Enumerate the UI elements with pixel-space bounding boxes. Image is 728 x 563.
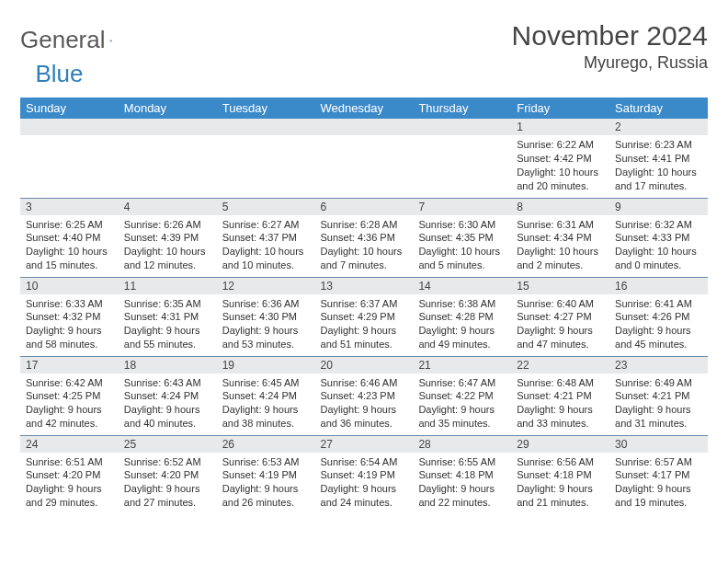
day-cell-24: 24Sunrise: 6:51 AMSunset: 4:20 PMDayligh… — [20, 435, 119, 514]
sunset-line: Sunset: 4:19 PM — [222, 468, 310, 482]
weekday-header: SundayMondayTuesdayWednesdayThursdayFrid… — [20, 98, 708, 119]
sunset-line: Sunset: 4:26 PM — [615, 310, 702, 324]
day-number — [217, 119, 315, 135]
day-number: 24 — [20, 436, 119, 453]
sunset-line: Sunset: 4:40 PM — [26, 231, 113, 245]
sunrise-line: Sunrise: 6:41 AM — [615, 297, 702, 311]
daylight-line: Daylight: 9 hours and 22 minutes. — [418, 482, 506, 510]
day-number: 4 — [119, 199, 217, 215]
title-block: November 2024 Myurego, Russia — [512, 20, 708, 73]
sunrise-line: Sunrise: 6:28 AM — [321, 218, 408, 232]
weekday-thursday: Thursday — [413, 98, 511, 119]
sunset-line: Sunset: 4:21 PM — [615, 389, 702, 403]
day-cell-23: 23Sunrise: 6:49 AMSunset: 4:21 PMDayligh… — [609, 356, 708, 435]
calendar-row: 1Sunrise: 6:22 AMSunset: 4:42 PMDaylight… — [20, 119, 708, 198]
sunrise-line: Sunrise: 6:32 AM — [615, 218, 702, 232]
sunset-line: Sunset: 4:24 PM — [222, 389, 310, 403]
day-cell-18: 18Sunrise: 6:43 AMSunset: 4:24 PMDayligh… — [119, 356, 217, 435]
calendar-row: 24Sunrise: 6:51 AMSunset: 4:20 PMDayligh… — [20, 435, 708, 514]
day-details: Sunrise: 6:46 AMSunset: 4:23 PMDaylight:… — [315, 373, 414, 434]
sunset-line: Sunset: 4:37 PM — [222, 231, 310, 245]
day-details: Sunrise: 6:47 AMSunset: 4:22 PMDaylight:… — [413, 373, 511, 434]
day-number: 8 — [511, 199, 609, 215]
daylight-line: Daylight: 9 hours and 36 minutes. — [321, 403, 408, 431]
sunrise-line: Sunrise: 6:54 AM — [321, 455, 408, 469]
day-details: Sunrise: 6:41 AMSunset: 4:26 PMDaylight:… — [609, 294, 708, 355]
sunset-line: Sunset: 4:33 PM — [615, 231, 702, 245]
day-cell-30: 30Sunrise: 6:57 AMSunset: 4:17 PMDayligh… — [609, 435, 708, 514]
sunrise-line: Sunrise: 6:40 AM — [517, 297, 604, 311]
day-cell-21: 21Sunrise: 6:47 AMSunset: 4:22 PMDayligh… — [413, 356, 511, 435]
sunrise-line: Sunrise: 6:26 AM — [124, 218, 211, 232]
day-cell-empty — [315, 119, 414, 198]
calendar-page: General November 2024 Myurego, Russia Ge… — [0, 0, 728, 523]
day-details: Sunrise: 6:43 AMSunset: 4:24 PMDaylight:… — [119, 373, 217, 434]
day-cell-1: 1Sunrise: 6:22 AMSunset: 4:42 PMDaylight… — [511, 119, 609, 198]
day-number: 22 — [511, 357, 609, 373]
sunrise-line: Sunrise: 6:55 AM — [418, 455, 506, 469]
sunrise-line: Sunrise: 6:42 AM — [26, 376, 113, 390]
day-number: 16 — [609, 278, 708, 294]
sunrise-line: Sunrise: 6:31 AM — [517, 218, 604, 232]
day-number — [413, 119, 511, 135]
day-cell-15: 15Sunrise: 6:40 AMSunset: 4:27 PMDayligh… — [511, 277, 609, 356]
weekday-wednesday: Wednesday — [315, 98, 414, 119]
brand-logo: General — [20, 20, 131, 54]
daylight-line: Daylight: 10 hours and 20 minutes. — [517, 166, 604, 193]
weekday-tuesday: Tuesday — [217, 98, 315, 119]
sunset-line: Sunset: 4:30 PM — [222, 310, 310, 324]
day-details: Sunrise: 6:22 AMSunset: 4:42 PMDaylight:… — [511, 135, 609, 196]
day-cell-empty — [217, 119, 315, 198]
daylight-line: Daylight: 10 hours and 0 minutes. — [615, 245, 702, 272]
sunrise-line: Sunrise: 6:49 AM — [615, 376, 702, 390]
sunrise-line: Sunrise: 6:25 AM — [26, 218, 113, 232]
day-cell-7: 7Sunrise: 6:30 AMSunset: 4:35 PMDaylight… — [413, 198, 511, 277]
day-details: Sunrise: 6:51 AMSunset: 4:20 PMDaylight:… — [20, 453, 119, 513]
day-cell-13: 13Sunrise: 6:37 AMSunset: 4:29 PMDayligh… — [315, 277, 414, 356]
daylight-line: Daylight: 9 hours and 31 minutes. — [615, 403, 702, 431]
sunrise-line: Sunrise: 6:22 AM — [517, 138, 604, 152]
sunset-line: Sunset: 4:29 PM — [321, 310, 408, 324]
day-number: 6 — [315, 199, 414, 215]
day-cell-19: 19Sunrise: 6:45 AMSunset: 4:24 PMDayligh… — [217, 356, 315, 435]
day-number: 23 — [609, 357, 708, 373]
day-details: Sunrise: 6:57 AMSunset: 4:17 PMDaylight:… — [609, 453, 708, 513]
day-number: 11 — [119, 278, 217, 294]
day-details: Sunrise: 6:56 AMSunset: 4:18 PMDaylight:… — [511, 453, 609, 513]
daylight-line: Daylight: 9 hours and 58 minutes. — [26, 324, 113, 351]
sunset-line: Sunset: 4:17 PM — [615, 468, 702, 482]
day-cell-14: 14Sunrise: 6:38 AMSunset: 4:28 PMDayligh… — [413, 277, 511, 356]
daylight-line: Daylight: 10 hours and 2 minutes. — [517, 245, 604, 272]
sunset-line: Sunset: 4:36 PM — [321, 231, 408, 245]
sunrise-line: Sunrise: 6:35 AM — [124, 297, 211, 311]
day-cell-27: 27Sunrise: 6:54 AMSunset: 4:19 PMDayligh… — [315, 435, 414, 514]
calendar-table: SundayMondayTuesdayWednesdayThursdayFrid… — [20, 98, 708, 514]
sunrise-line: Sunrise: 6:46 AM — [321, 376, 408, 390]
calendar-row: 3Sunrise: 6:25 AMSunset: 4:40 PMDaylight… — [20, 198, 708, 277]
sunset-line: Sunset: 4:20 PM — [26, 468, 113, 482]
sunset-line: Sunset: 4:22 PM — [418, 389, 506, 403]
day-details: Sunrise: 6:30 AMSunset: 4:35 PMDaylight:… — [413, 215, 511, 276]
day-cell-6: 6Sunrise: 6:28 AMSunset: 4:36 PMDaylight… — [315, 198, 414, 277]
daylight-line: Daylight: 9 hours and 27 minutes. — [124, 482, 211, 510]
day-details: Sunrise: 6:40 AMSunset: 4:27 PMDaylight:… — [511, 294, 609, 355]
daylight-line: Daylight: 10 hours and 17 minutes. — [615, 166, 702, 193]
sunrise-line: Sunrise: 6:33 AM — [26, 297, 113, 311]
day-details: Sunrise: 6:32 AMSunset: 4:33 PMDaylight:… — [609, 215, 708, 276]
day-cell-9: 9Sunrise: 6:32 AMSunset: 4:33 PMDaylight… — [609, 198, 708, 277]
daylight-line: Daylight: 9 hours and 55 minutes. — [124, 324, 211, 351]
day-number: 17 — [20, 357, 119, 373]
sunrise-line: Sunrise: 6:57 AM — [615, 455, 702, 469]
day-number: 30 — [609, 436, 708, 453]
daylight-line: Daylight: 10 hours and 7 minutes. — [321, 245, 408, 272]
sunset-line: Sunset: 4:39 PM — [124, 231, 211, 245]
day-cell-25: 25Sunrise: 6:52 AMSunset: 4:20 PMDayligh… — [119, 435, 217, 514]
day-number: 25 — [119, 436, 217, 453]
day-details: Sunrise: 6:55 AMSunset: 4:18 PMDaylight:… — [413, 453, 511, 513]
day-number: 9 — [609, 199, 708, 215]
sunrise-line: Sunrise: 6:36 AM — [222, 297, 310, 311]
day-details: Sunrise: 6:42 AMSunset: 4:25 PMDaylight:… — [20, 373, 119, 434]
daylight-line: Daylight: 9 hours and 21 minutes. — [517, 482, 604, 510]
day-number: 29 — [511, 436, 609, 453]
sunrise-line: Sunrise: 6:52 AM — [124, 455, 211, 469]
